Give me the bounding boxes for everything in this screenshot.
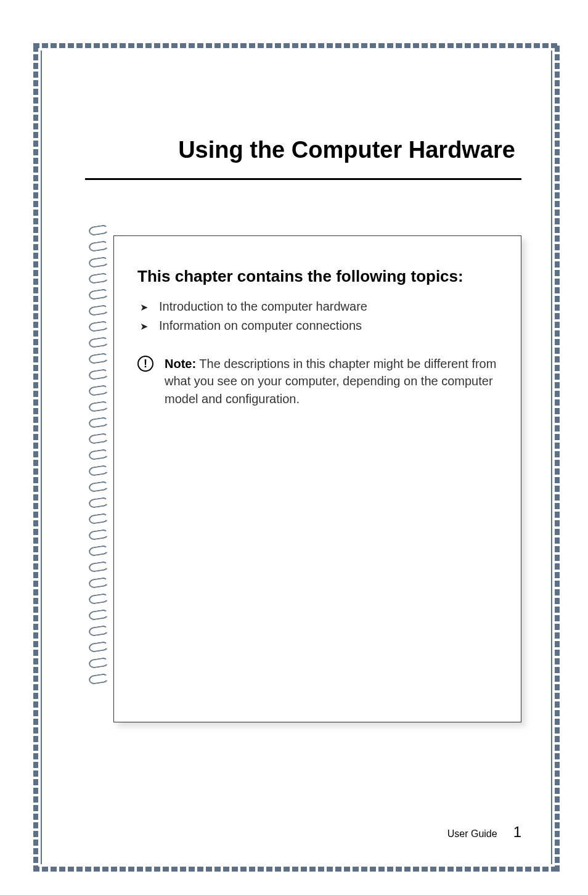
title-divider bbox=[85, 178, 521, 180]
spiral-binding-icon bbox=[89, 226, 113, 690]
topics-list: ➤ Introduction to the computer hardware … bbox=[137, 300, 501, 333]
topics-heading: This chapter contains the following topi… bbox=[137, 266, 501, 287]
page-number: 1 bbox=[513, 823, 521, 841]
note-label: Note: bbox=[165, 357, 196, 370]
arrow-bullet-icon: ➤ bbox=[140, 301, 148, 313]
footer-label: User Guide bbox=[447, 828, 497, 840]
page-frame: Using the Computer Hardware This chapter… bbox=[37, 47, 556, 868]
arrow-bullet-icon: ➤ bbox=[140, 321, 148, 332]
chapter-title: Using the Computer Hardware bbox=[85, 137, 521, 163]
note-body: The descriptions in this chapter might b… bbox=[165, 357, 496, 406]
note-block: ! Note: The descriptions in this chapter… bbox=[137, 355, 501, 407]
frame-border-top bbox=[33, 43, 560, 48]
topic-text: Information on computer connections bbox=[159, 319, 362, 333]
note-text: Note: The descriptions in this chapter m… bbox=[165, 355, 501, 407]
page-footer: User Guide 1 bbox=[447, 823, 521, 841]
frame-border-left bbox=[33, 43, 38, 872]
topic-item: ➤ Introduction to the computer hardware bbox=[140, 300, 501, 314]
frame-border-bottom bbox=[33, 867, 560, 872]
page-content: Using the Computer Hardware This chapter… bbox=[41, 51, 552, 864]
content-box-wrapper: This chapter contains the following topi… bbox=[113, 235, 521, 722]
topics-box: This chapter contains the following topi… bbox=[113, 235, 521, 722]
alert-icon: ! bbox=[137, 356, 153, 372]
topic-item: ➤ Information on computer connections bbox=[140, 319, 501, 333]
topic-text: Introduction to the computer hardware bbox=[159, 300, 367, 314]
frame-border-right bbox=[555, 43, 560, 872]
